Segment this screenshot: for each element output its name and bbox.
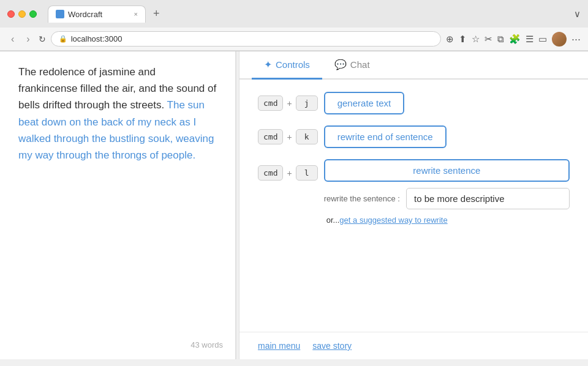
word-count: 43 words <box>190 340 223 349</box>
panel-tabs: ✦ Controls 💬 Chat <box>239 51 588 80</box>
window-chevron[interactable]: ∨ <box>574 9 581 20</box>
lock-icon: 🔒 <box>59 35 67 43</box>
rewrite-label: rewrite the sentence : <box>324 194 400 203</box>
shortcut-row-generate: cmd + j generate text <box>258 92 570 114</box>
tab-controls[interactable]: ✦ Controls <box>252 51 322 80</box>
plus-sign-l: + <box>287 168 292 178</box>
bottom-bar: main menu save story <box>239 332 588 359</box>
browser-tab[interactable]: Wordcraft × <box>48 6 146 23</box>
bookmark-button[interactable]: ☆ <box>472 34 480 45</box>
browser-chrome: Wordcraft × + ∨ ‹ › ↻ 🔒 localhost:3000 ⊕… <box>0 0 588 51</box>
suggest-link[interactable]: get a suggested way to rewrite <box>339 215 447 225</box>
suggest-link-row: or...get a suggested way to rewrite <box>326 215 570 225</box>
avatar[interactable] <box>552 32 567 47</box>
zoom-button[interactable]: ⊕ <box>446 34 454 45</box>
copy-button[interactable]: ⧉ <box>497 34 504 45</box>
controls-content: cmd + j generate text cmd + k rewrite en… <box>239 80 588 332</box>
menu-button[interactable]: ⋯ <box>571 34 581 45</box>
plus-sign-j: + <box>287 99 292 108</box>
tab-controls-label: Controls <box>276 59 310 70</box>
traffic-lights <box>7 10 37 18</box>
sparkle-icon: ✦ <box>264 59 272 70</box>
modifier-key-k: cmd <box>258 129 283 144</box>
action-key-k: k <box>296 129 318 144</box>
shortcut-keys-rewrite: cmd + l <box>258 159 318 181</box>
address-text: localhost:3000 <box>71 34 123 43</box>
share-button[interactable]: ⬆ <box>459 34 467 45</box>
app-container: The redolence of jasmine and frankincens… <box>0 51 588 359</box>
editor-text: The redolence of jasmine and frankincens… <box>18 64 217 163</box>
shortcut-row-rewrite-end: cmd + k rewrite end of sentence <box>258 125 570 148</box>
suggest-prefix: or... <box>326 215 340 225</box>
nav-actions: ⊕ ⬆ ☆ ✂ ⧉ 🧩 ☰ ▭ ⋯ <box>446 32 581 47</box>
new-tab-button[interactable]: + <box>148 5 165 23</box>
tab-chat-label: Chat <box>350 59 370 70</box>
tab-close-button[interactable]: × <box>134 10 138 18</box>
maximize-button[interactable] <box>29 10 37 18</box>
tab-bar: Wordcraft × + <box>42 5 171 23</box>
forward-button[interactable]: › <box>23 32 33 46</box>
modifier-key-l: cmd <box>258 165 283 181</box>
controls-panel: ✦ Controls 💬 Chat cmd + j generate text <box>239 51 588 359</box>
extensions-button[interactable]: 🧩 <box>509 34 521 45</box>
save-story-button[interactable]: save story <box>312 341 352 351</box>
minimize-button[interactable] <box>18 10 26 18</box>
rewrite-sentence-button[interactable]: rewrite sentence <box>324 159 570 182</box>
sidebar-button[interactable]: ▭ <box>538 34 547 45</box>
editor-panel: The redolence of jasmine and frankincens… <box>0 51 236 359</box>
modifier-key-j: cmd <box>258 95 283 111</box>
generate-text-button[interactable]: generate text <box>324 92 405 114</box>
rewrite-input[interactable] <box>406 188 570 209</box>
close-button[interactable] <box>7 10 15 18</box>
refresh-button[interactable]: ↻ <box>39 34 46 44</box>
action-key-l: l <box>296 165 318 181</box>
tab-favicon <box>56 10 64 18</box>
shortcut-keys-rewrite-end: cmd + k <box>258 129 318 144</box>
tab-chat[interactable]: 💬 Chat <box>322 51 382 80</box>
shortcut-row-rewrite: cmd + l rewrite sentence rewrite the sen… <box>258 159 570 225</box>
nav-bar: ‹ › ↻ 🔒 localhost:3000 ⊕ ⬆ ☆ ✂ ⧉ 🧩 ☰ ▭ ⋯ <box>0 28 588 51</box>
shortcut-keys-generate: cmd + j <box>258 95 318 111</box>
avatar-image <box>552 32 567 47</box>
back-button[interactable]: ‹ <box>7 32 18 46</box>
title-bar: Wordcraft × + ∨ <box>0 0 588 28</box>
rewrite-input-row: rewrite the sentence : <box>324 188 570 209</box>
plus-sign-k: + <box>287 132 292 142</box>
chat-icon: 💬 <box>334 59 347 70</box>
tab-title: Wordcraft <box>68 10 102 19</box>
reading-list-button[interactable]: ☰ <box>526 34 533 45</box>
action-key-j: j <box>296 95 318 111</box>
main-menu-button[interactable]: main menu <box>258 341 300 351</box>
rewrite-end-button[interactable]: rewrite end of sentence <box>324 125 447 148</box>
address-bar[interactable]: 🔒 localhost:3000 <box>51 31 441 47</box>
cut-button[interactable]: ✂ <box>484 34 492 45</box>
